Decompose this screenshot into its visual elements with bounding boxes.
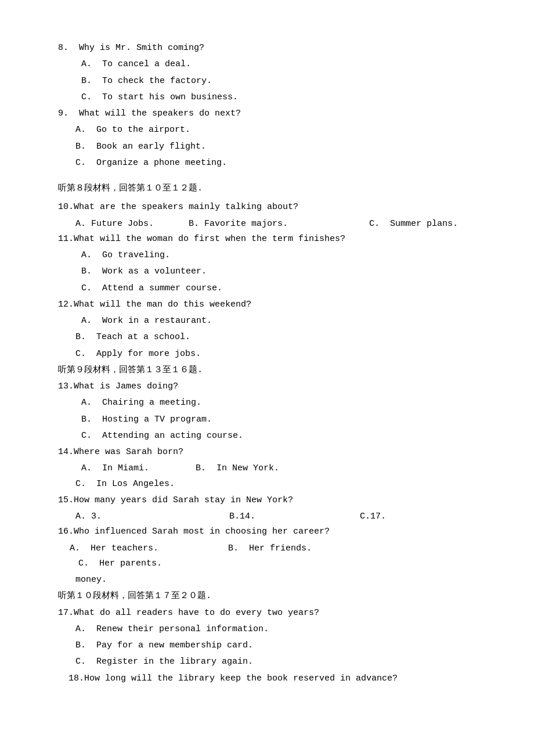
question-8: 8. Why is Mr. Smith coming? (58, 41, 488, 56)
q15-optC: C.17. (325, 509, 386, 524)
exam-content: 8. Why is Mr. Smith coming? A. To cancel… (58, 41, 488, 686)
q14-optB: B. In New York. (196, 461, 279, 476)
q16-optC: C. Her parents. (58, 556, 488, 571)
q17-optC: C. Register in the library again. (58, 654, 488, 669)
q12-optA: A. Work in a restaurant. (58, 314, 488, 329)
question-14: 14.Where was Sarah born? (58, 445, 488, 460)
q15-options-inline: A. 3. B.14. C.17. (58, 509, 488, 524)
q10-optA: A. Future Jobs. (75, 217, 154, 232)
q8-optC: C. To start his own business. (58, 90, 488, 105)
q12-optC: C. Apply for more jobs. (58, 347, 488, 362)
q9-optC: C. Organize a phone meeting. (58, 156, 488, 171)
q10-optB: B. Favorite majors. (189, 217, 288, 232)
question-18: 18.How long will the library keep the bo… (58, 671, 488, 686)
q13-optC: C. Attending an acting course. (58, 429, 488, 444)
q15-optA: A. 3. (75, 509, 102, 524)
q16-extra: money. (58, 573, 488, 588)
q11-optA: A. Go traveling. (58, 248, 488, 263)
question-11: 11.What will the woman do first when the… (58, 232, 488, 247)
q12-optB: B. Teach at a school. (58, 330, 488, 345)
q8-optB: B. To check the factory. (58, 74, 488, 89)
q8-optA: A. To cancel a deal. (58, 57, 488, 72)
q13-optA: A. Chairing a meeting. (58, 395, 488, 411)
question-17: 17.What do all readers have to do every … (58, 606, 488, 621)
question-12: 12.What will the man do this weekend? (58, 297, 488, 312)
question-15: 15.How many years did Sarah stay in New … (58, 493, 488, 508)
q13-optB: B. Hosting a TV program. (58, 412, 488, 427)
question-16: 16.Who influenced Sarah most in choosing… (58, 524, 488, 539)
q11-optB: B. Work as a volunteer. (58, 264, 488, 279)
section8-header: 听第８段材料，回答第１０至１２题. (58, 181, 488, 196)
q11-optC: C. Attend a summer course. (58, 281, 488, 296)
question-13: 13.What is James doing? (58, 379, 488, 394)
q16-options-inline: A. Her teachers. B. Her friends. (58, 541, 488, 556)
q9-optA: A. Go to the airport. (58, 123, 488, 138)
q17-optA: A. Renew their personal information. (58, 622, 488, 637)
q16-optB: B. Her friends. (193, 541, 312, 556)
section10-header: 听第１０段材料，回答第１７至２０题. (58, 589, 488, 604)
section9-header: 听第９段材料，回答第１３至１６题. (58, 363, 488, 378)
q10-optC: C. Summer plans. (323, 217, 458, 232)
q15-optB: B.14. (171, 509, 255, 524)
q9-optB: B. Book an early flight. (58, 139, 488, 154)
q16-optA: A. Her teachers. (70, 541, 158, 556)
q17-optB: B. Pay for a new membership card. (58, 638, 488, 653)
q14-optA: A. In Miami. (81, 461, 149, 476)
question-9: 9. What will the speakers do next? (58, 106, 488, 121)
q14-optC: C. In Los Angeles. (58, 477, 488, 492)
q10-options-inline: A. Future Jobs. B. Favorite majors. C. S… (58, 217, 488, 232)
question-10: 10.What are the speakers mainly talking … (58, 200, 488, 215)
q14-options-inline: A. In Miami. B. In New York. (58, 461, 488, 476)
